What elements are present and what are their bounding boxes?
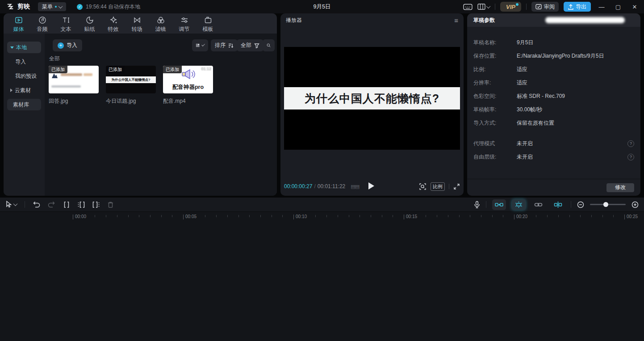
param-row: 草稿名称:9月5日 xyxy=(467,36,640,49)
media-item-voiceover[interactable]: 已添加 01:12 配音神器pro 配音.mp4 xyxy=(163,66,213,105)
review-label: 审阅 xyxy=(544,3,555,11)
video-preview[interactable]: 为什么中国人不能懒惰点? xyxy=(284,47,460,150)
split-button[interactable] xyxy=(63,201,70,208)
ruler-tick xyxy=(117,215,117,217)
play-button[interactable] xyxy=(368,182,374,189)
frames-icon[interactable]: ▤▤ xyxy=(351,184,359,189)
tab-label: 媒体 xyxy=(13,25,24,33)
ratio-button[interactable]: 比例 xyxy=(431,182,445,191)
filter-button[interactable]: 全部 xyxy=(237,39,263,51)
sidebar-item-import[interactable]: 导入 xyxy=(7,56,41,67)
tab-adjust[interactable]: 调节 xyxy=(172,16,196,33)
view-toggle-button[interactable] xyxy=(192,39,208,51)
minimize-button[interactable]: — xyxy=(596,4,607,10)
delete-button[interactable] xyxy=(107,201,114,208)
autosave-text: 19:56:44 自动保存本地 xyxy=(86,3,140,11)
sort-button[interactable]: 排序 xyxy=(211,39,238,51)
chevron-down-icon xyxy=(13,202,18,206)
ruler-tick xyxy=(591,215,592,217)
fullscreen-icon[interactable] xyxy=(453,183,460,190)
sidebar-item-local[interactable]: 本地 xyxy=(7,42,41,53)
tab-sticker[interactable]: 贴纸 xyxy=(78,16,101,33)
tab-template[interactable]: 模板 xyxy=(196,16,220,33)
divider xyxy=(449,184,449,189)
auto-link-button[interactable] xyxy=(512,199,526,210)
section-label: 全部 xyxy=(49,55,60,63)
tab-transition[interactable]: 转场 xyxy=(125,16,149,33)
param-label: 草稿名称: xyxy=(473,39,517,46)
split-left-button[interactable] xyxy=(78,201,85,208)
help-icon[interactable]: ? xyxy=(627,140,634,147)
modify-button[interactable]: 修改 xyxy=(606,183,634,192)
sidebar-item-library[interactable]: 素材库 xyxy=(7,99,41,110)
sidebar-label: 素材库 xyxy=(13,101,29,109)
sidebar-item-presets[interactable]: 我的预设 xyxy=(7,70,41,82)
auto-snap-button[interactable] xyxy=(492,199,506,210)
sort-icon xyxy=(228,43,234,48)
ruler-tick xyxy=(371,215,371,217)
param-row: 比例:适应 xyxy=(467,63,640,76)
vip-label: VIP xyxy=(506,4,515,10)
param-row: 保存位置:E:/Naraka/JianyingPro Drafts/9月5日 xyxy=(467,49,640,63)
import-button[interactable]: +导入 xyxy=(53,39,82,51)
shortcut-keyboard-button[interactable] xyxy=(463,4,473,10)
ruler-tick xyxy=(437,215,437,217)
record-voiceover-button[interactable] xyxy=(474,201,480,208)
player-menu-icon[interactable]: ≡ xyxy=(454,17,458,24)
ruler-tick xyxy=(172,215,172,217)
ruler-tick xyxy=(260,215,261,217)
tab-label: 调节 xyxy=(179,25,190,33)
preview-axis-button[interactable] xyxy=(551,199,565,210)
split-right-button[interactable] xyxy=(92,201,100,208)
player-header: 播放器 ≡ xyxy=(280,13,464,27)
zoom-in-button[interactable] xyxy=(631,201,639,208)
blurred-text xyxy=(84,73,92,76)
param-label: 自由层级: xyxy=(473,153,517,161)
review-button[interactable]: 审阅 xyxy=(531,2,559,12)
media-item-answer[interactable]: 已添加 回答.jpg xyxy=(49,66,99,105)
undo-button[interactable] xyxy=(33,201,40,208)
ruler-tick xyxy=(161,215,162,217)
thumb-title: 配音神器pro xyxy=(163,84,213,91)
tab-filter[interactable]: 滤镜 xyxy=(149,16,172,33)
ruler-tick xyxy=(128,215,129,217)
tab-audio[interactable]: 音频 xyxy=(30,16,54,33)
timeline-ruler[interactable]: 00:0000:0500:1000:1500:2000:25 xyxy=(0,212,644,222)
redo-button[interactable] xyxy=(48,201,55,208)
ruler-tick xyxy=(315,215,316,217)
params-rows: 草稿名称:9月5日保存位置:E:/Naraka/JianyingPro Draf… xyxy=(467,36,640,164)
tab-effects[interactable]: 特效 xyxy=(101,16,125,33)
menu-button[interactable]: 菜单 xyxy=(38,2,66,11)
chevron-down-icon xyxy=(201,43,205,46)
ruler-tick xyxy=(503,215,503,217)
ruler-tick xyxy=(558,215,559,217)
megaphone-icon xyxy=(181,68,196,81)
divider xyxy=(526,4,527,10)
search-button[interactable] xyxy=(263,39,275,51)
ruler-tick xyxy=(238,215,239,217)
tab-media[interactable]: 媒体 xyxy=(7,16,30,33)
vip-button[interactable]: VIP xyxy=(500,2,521,12)
ruler-tick xyxy=(536,215,536,217)
tab-text[interactable]: 文本 xyxy=(54,16,78,33)
param-value: 30.00帧/秒 xyxy=(517,106,542,114)
maximize-button[interactable]: ▢ xyxy=(612,4,624,10)
ruler-tick xyxy=(360,215,360,217)
media-panel: 媒体 音频 文本 贴纸 特效 转场 滤镜 调节 模板 本地 导入 我的预设 云素… xyxy=(4,13,277,196)
autosave-status: ✓ 19:56:44 自动保存本地 xyxy=(77,3,140,11)
zoom-out-button[interactable] xyxy=(577,201,584,208)
sidebar-item-cloud[interactable]: 云素材 xyxy=(7,84,41,96)
export-button[interactable]: 导出 xyxy=(564,2,591,12)
ruler-tick xyxy=(492,215,493,217)
zoom-slider-handle[interactable] xyxy=(603,202,608,207)
media-item-topic[interactable]: 已添加 为什么中国人不能懒惰点? 今日话题.jpg xyxy=(106,66,156,105)
select-tool-button[interactable] xyxy=(5,201,17,208)
close-button[interactable]: ✕ xyxy=(629,4,640,10)
focus-preview-icon[interactable] xyxy=(419,183,427,190)
help-icon[interactable]: ? xyxy=(627,154,634,160)
link-materials-button[interactable] xyxy=(531,199,545,210)
layout-switch-button[interactable] xyxy=(477,4,490,10)
jianying-logo-icon xyxy=(6,3,14,11)
timeline-zoom-slider[interactable] xyxy=(590,204,626,205)
param-value: 保留在原有位置 xyxy=(517,119,554,127)
